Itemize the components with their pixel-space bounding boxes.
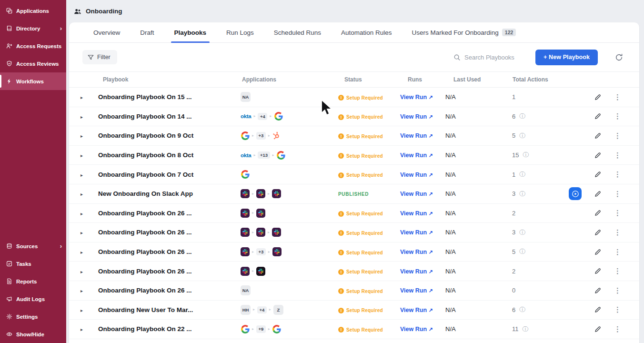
edit-button[interactable] xyxy=(594,94,601,101)
more-options-button[interactable]: ⋮ xyxy=(614,325,621,333)
info-icon[interactable]: ⓘ xyxy=(519,191,525,197)
edit-button[interactable] xyxy=(594,171,601,178)
sidebar-item-access-requests[interactable]: Access Requests xyxy=(0,37,66,55)
expand-caret-icon[interactable]: ▸ xyxy=(80,327,83,332)
info-icon[interactable]: ⓘ xyxy=(523,326,529,333)
view-run-link[interactable]: View Run ↗ xyxy=(400,94,433,101)
playbook-name[interactable]: Onboarding Playbook On 14 ... xyxy=(98,113,192,120)
edit-button[interactable] xyxy=(594,191,601,197)
run-playbook-button[interactable] xyxy=(569,187,582,200)
more-options-button[interactable]: ⋮ xyxy=(614,305,621,314)
expand-caret-icon[interactable]: ▸ xyxy=(80,172,83,178)
view-run-link[interactable]: View Run ↗ xyxy=(400,152,433,159)
view-run-link[interactable]: View Run ↗ xyxy=(400,287,433,294)
playbook-name[interactable]: Onboarding Playbook On 26 ... xyxy=(98,229,192,236)
more-options-button[interactable]: ⋮ xyxy=(614,112,621,121)
edit-button[interactable] xyxy=(594,268,601,274)
tab-run-logs[interactable]: Run Logs xyxy=(216,22,264,42)
more-options-button[interactable]: ⋮ xyxy=(614,190,621,198)
more-options-button[interactable]: ⋮ xyxy=(614,151,621,160)
playbook-name[interactable]: Onboarding Playbook On 26 ... xyxy=(98,268,192,275)
more-options-button[interactable]: ⋮ xyxy=(614,131,621,140)
sidebar-item-applications[interactable]: Applications xyxy=(0,2,66,20)
expand-caret-icon[interactable]: ▸ xyxy=(80,230,83,235)
app-overflow-count[interactable]: +3 xyxy=(256,248,266,256)
info-icon[interactable]: ⓘ xyxy=(519,172,525,178)
playbook-name[interactable]: New Onboarding On Slack App xyxy=(98,190,193,197)
info-icon[interactable]: ⓘ xyxy=(519,307,525,313)
playbook-name[interactable]: Onboarding Playbook On 7 Oct xyxy=(98,171,193,178)
tab-playbooks[interactable]: Playbooks xyxy=(164,22,217,42)
edit-button[interactable] xyxy=(594,152,601,159)
info-icon[interactable]: ⓘ xyxy=(519,113,525,120)
expand-caret-icon[interactable]: ▸ xyxy=(80,211,83,216)
app-overflow-count[interactable]: +9 xyxy=(256,325,266,333)
view-run-link[interactable]: View Run ↗ xyxy=(400,172,433,178)
tab-overview[interactable]: Overview xyxy=(83,22,130,42)
view-run-link[interactable]: View Run ↗ xyxy=(400,132,433,139)
view-run-link[interactable]: View Run ↗ xyxy=(400,326,433,333)
sidebar-item-settings[interactable]: Settings xyxy=(0,308,66,325)
view-run-link[interactable]: View Run ↗ xyxy=(400,307,433,313)
expand-caret-icon[interactable]: ▸ xyxy=(80,192,83,197)
app-overflow-count[interactable]: +3 xyxy=(256,132,266,140)
tab-draft[interactable]: Draft xyxy=(130,22,164,42)
playbook-name[interactable]: Onboarding Playbook On 8 Oct xyxy=(98,151,193,159)
search-input[interactable] xyxy=(464,54,524,61)
edit-button[interactable] xyxy=(594,210,601,216)
sidebar-item-tasks[interactable]: Tasks xyxy=(0,255,66,272)
view-run-link[interactable]: View Run ↗ xyxy=(400,113,433,120)
playbook-name[interactable]: Onboarding New User To Mar... xyxy=(98,306,193,313)
expand-caret-icon[interactable]: ▸ xyxy=(80,114,83,120)
playbook-name[interactable]: Onboarding Playbook On 26 ... xyxy=(98,248,192,255)
filter-button[interactable]: Filter xyxy=(82,50,117,64)
edit-button[interactable] xyxy=(594,229,601,236)
app-overflow-count[interactable]: +4 xyxy=(257,306,267,314)
tab-scheduled-runs[interactable]: Scheduled Runs xyxy=(264,22,331,42)
more-options-button[interactable]: ⋮ xyxy=(614,209,621,217)
app-overflow-count[interactable]: +4 xyxy=(258,113,267,121)
info-icon[interactable]: ⓘ xyxy=(523,152,529,158)
more-options-button[interactable]: ⋮ xyxy=(614,267,621,275)
tab-users-marked-for-onboarding[interactable]: Users Marked For Onboarding 122 xyxy=(402,22,526,42)
refresh-button[interactable] xyxy=(613,51,625,63)
edit-button[interactable] xyxy=(594,306,601,313)
expand-caret-icon[interactable]: ▸ xyxy=(80,288,83,293)
view-run-link[interactable]: View Run ↗ xyxy=(400,210,433,217)
playbook-name[interactable]: Onboarding Playbook On 26 ... xyxy=(98,210,192,217)
sidebar-item-audit-logs[interactable]: Audit Logs xyxy=(0,290,66,308)
playbook-name[interactable]: Onboarding Playbook On 22 ... xyxy=(98,325,192,333)
view-run-link[interactable]: View Run ↗ xyxy=(400,229,433,236)
edit-button[interactable] xyxy=(594,249,601,255)
edit-button[interactable] xyxy=(594,113,601,120)
more-options-button[interactable]: ⋮ xyxy=(614,170,621,179)
playbook-name[interactable]: Onboarding Playbook On 15 ... xyxy=(98,93,192,101)
sidebar-item-workflows[interactable]: Workflows xyxy=(0,72,66,90)
expand-caret-icon[interactable]: ▸ xyxy=(80,153,83,158)
more-options-button[interactable]: ⋮ xyxy=(614,93,621,101)
app-overflow-count[interactable]: +13 xyxy=(258,151,270,159)
expand-caret-icon[interactable]: ▸ xyxy=(80,250,83,255)
expand-caret-icon[interactable]: ▸ xyxy=(80,269,83,274)
sidebar-item-sources[interactable]: Sources › xyxy=(0,237,66,255)
more-options-button[interactable]: ⋮ xyxy=(614,248,621,256)
expand-caret-icon[interactable]: ▸ xyxy=(80,95,83,100)
more-options-button[interactable]: ⋮ xyxy=(614,286,621,295)
view-run-link[interactable]: View Run ↗ xyxy=(400,191,433,197)
edit-button[interactable] xyxy=(594,326,601,333)
expand-caret-icon[interactable]: ▸ xyxy=(80,308,83,313)
edit-button[interactable] xyxy=(594,287,601,294)
view-run-link[interactable]: View Run ↗ xyxy=(400,249,433,255)
info-icon[interactable]: ⓘ xyxy=(519,133,525,139)
sidebar-item-access-reviews[interactable]: Access Reviews xyxy=(0,55,66,72)
expand-caret-icon[interactable]: ▸ xyxy=(80,133,83,139)
playbook-name[interactable]: Onboarding Playbook On 9 Oct xyxy=(98,132,193,139)
view-run-link[interactable]: View Run ↗ xyxy=(400,268,433,275)
more-options-button[interactable]: ⋮ xyxy=(614,228,621,237)
edit-button[interactable] xyxy=(594,132,601,139)
sidebar-item-directory[interactable]: Directory › xyxy=(0,20,66,37)
sidebar-item-reports[interactable]: Reports xyxy=(0,272,66,290)
info-icon[interactable]: ⓘ xyxy=(519,230,525,236)
tab-automation-rules[interactable]: Automation Rules xyxy=(331,22,402,42)
sidebar-item-show-hide[interactable]: Show/Hide xyxy=(0,325,66,343)
